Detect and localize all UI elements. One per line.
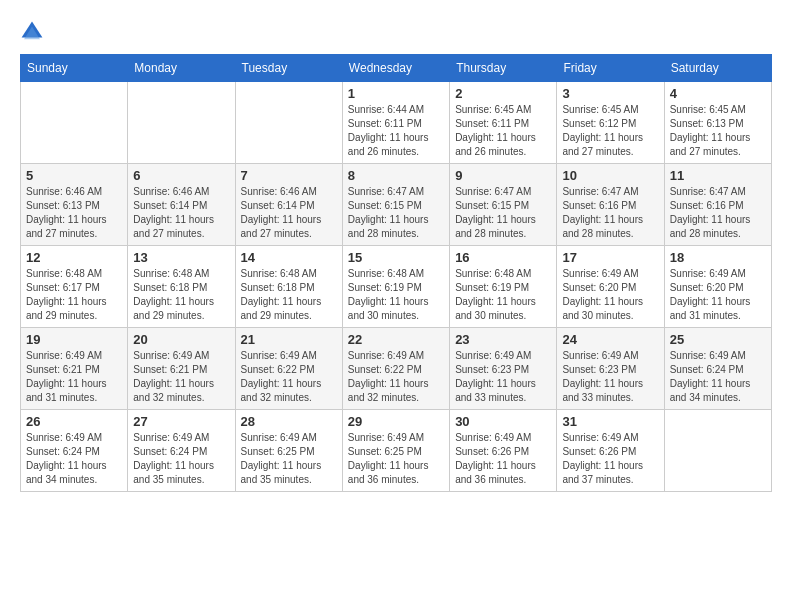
calendar-cell: 21Sunrise: 6:49 AMSunset: 6:22 PMDayligh… [235,328,342,410]
day-number: 21 [241,332,337,347]
calendar-cell: 16Sunrise: 6:48 AMSunset: 6:19 PMDayligh… [450,246,557,328]
calendar-cell: 7Sunrise: 6:46 AMSunset: 6:14 PMDaylight… [235,164,342,246]
calendar-cell [664,410,771,492]
day-number: 4 [670,86,766,101]
day-number: 30 [455,414,551,429]
day-info: Sunrise: 6:49 AMSunset: 6:23 PMDaylight:… [455,349,551,405]
calendar-cell: 29Sunrise: 6:49 AMSunset: 6:25 PMDayligh… [342,410,449,492]
calendar-cell: 15Sunrise: 6:48 AMSunset: 6:19 PMDayligh… [342,246,449,328]
calendar-cell: 13Sunrise: 6:48 AMSunset: 6:18 PMDayligh… [128,246,235,328]
calendar-cell: 17Sunrise: 6:49 AMSunset: 6:20 PMDayligh… [557,246,664,328]
day-info: Sunrise: 6:45 AMSunset: 6:11 PMDaylight:… [455,103,551,159]
day-info: Sunrise: 6:49 AMSunset: 6:20 PMDaylight:… [562,267,658,323]
day-number: 8 [348,168,444,183]
day-number: 18 [670,250,766,265]
calendar-cell: 11Sunrise: 6:47 AMSunset: 6:16 PMDayligh… [664,164,771,246]
day-number: 15 [348,250,444,265]
calendar-cell: 31Sunrise: 6:49 AMSunset: 6:26 PMDayligh… [557,410,664,492]
day-of-week-header: Thursday [450,55,557,82]
calendar-week-row: 12Sunrise: 6:48 AMSunset: 6:17 PMDayligh… [21,246,772,328]
day-of-week-header: Tuesday [235,55,342,82]
day-number: 12 [26,250,122,265]
calendar-cell: 30Sunrise: 6:49 AMSunset: 6:26 PMDayligh… [450,410,557,492]
day-of-week-header: Monday [128,55,235,82]
day-info: Sunrise: 6:45 AMSunset: 6:12 PMDaylight:… [562,103,658,159]
day-info: Sunrise: 6:47 AMSunset: 6:15 PMDaylight:… [455,185,551,241]
day-number: 22 [348,332,444,347]
day-info: Sunrise: 6:49 AMSunset: 6:20 PMDaylight:… [670,267,766,323]
calendar-cell: 20Sunrise: 6:49 AMSunset: 6:21 PMDayligh… [128,328,235,410]
calendar-cell: 9Sunrise: 6:47 AMSunset: 6:15 PMDaylight… [450,164,557,246]
day-info: Sunrise: 6:48 AMSunset: 6:19 PMDaylight:… [348,267,444,323]
calendar-cell: 6Sunrise: 6:46 AMSunset: 6:14 PMDaylight… [128,164,235,246]
day-info: Sunrise: 6:47 AMSunset: 6:16 PMDaylight:… [562,185,658,241]
day-number: 5 [26,168,122,183]
day-of-week-header: Sunday [21,55,128,82]
page-header [20,20,772,44]
calendar-cell: 8Sunrise: 6:47 AMSunset: 6:15 PMDaylight… [342,164,449,246]
day-info: Sunrise: 6:49 AMSunset: 6:22 PMDaylight:… [241,349,337,405]
day-number: 10 [562,168,658,183]
day-info: Sunrise: 6:46 AMSunset: 6:14 PMDaylight:… [241,185,337,241]
day-info: Sunrise: 6:44 AMSunset: 6:11 PMDaylight:… [348,103,444,159]
day-info: Sunrise: 6:48 AMSunset: 6:18 PMDaylight:… [241,267,337,323]
day-number: 19 [26,332,122,347]
day-number: 25 [670,332,766,347]
day-number: 2 [455,86,551,101]
day-number: 31 [562,414,658,429]
day-info: Sunrise: 6:49 AMSunset: 6:24 PMDaylight:… [670,349,766,405]
day-info: Sunrise: 6:49 AMSunset: 6:25 PMDaylight:… [348,431,444,487]
calendar-header-row: SundayMondayTuesdayWednesdayThursdayFrid… [21,55,772,82]
calendar-cell: 12Sunrise: 6:48 AMSunset: 6:17 PMDayligh… [21,246,128,328]
day-number: 9 [455,168,551,183]
calendar-cell: 1Sunrise: 6:44 AMSunset: 6:11 PMDaylight… [342,82,449,164]
calendar-cell: 3Sunrise: 6:45 AMSunset: 6:12 PMDaylight… [557,82,664,164]
day-number: 11 [670,168,766,183]
logo-icon [20,20,44,44]
day-info: Sunrise: 6:49 AMSunset: 6:21 PMDaylight:… [133,349,229,405]
calendar-cell: 19Sunrise: 6:49 AMSunset: 6:21 PMDayligh… [21,328,128,410]
day-info: Sunrise: 6:45 AMSunset: 6:13 PMDaylight:… [670,103,766,159]
calendar-cell [21,82,128,164]
day-info: Sunrise: 6:47 AMSunset: 6:16 PMDaylight:… [670,185,766,241]
day-info: Sunrise: 6:46 AMSunset: 6:14 PMDaylight:… [133,185,229,241]
day-info: Sunrise: 6:49 AMSunset: 6:23 PMDaylight:… [562,349,658,405]
calendar-week-row: 5Sunrise: 6:46 AMSunset: 6:13 PMDaylight… [21,164,772,246]
day-number: 23 [455,332,551,347]
calendar-week-row: 1Sunrise: 6:44 AMSunset: 6:11 PMDaylight… [21,82,772,164]
day-of-week-header: Wednesday [342,55,449,82]
day-of-week-header: Saturday [664,55,771,82]
calendar-table: SundayMondayTuesdayWednesdayThursdayFrid… [20,54,772,492]
day-info: Sunrise: 6:49 AMSunset: 6:26 PMDaylight:… [562,431,658,487]
calendar-cell: 28Sunrise: 6:49 AMSunset: 6:25 PMDayligh… [235,410,342,492]
day-info: Sunrise: 6:49 AMSunset: 6:21 PMDaylight:… [26,349,122,405]
calendar-week-row: 26Sunrise: 6:49 AMSunset: 6:24 PMDayligh… [21,410,772,492]
day-number: 24 [562,332,658,347]
day-info: Sunrise: 6:48 AMSunset: 6:19 PMDaylight:… [455,267,551,323]
calendar-cell [128,82,235,164]
calendar-cell: 25Sunrise: 6:49 AMSunset: 6:24 PMDayligh… [664,328,771,410]
calendar-cell: 4Sunrise: 6:45 AMSunset: 6:13 PMDaylight… [664,82,771,164]
calendar-cell: 27Sunrise: 6:49 AMSunset: 6:24 PMDayligh… [128,410,235,492]
day-info: Sunrise: 6:49 AMSunset: 6:26 PMDaylight:… [455,431,551,487]
calendar-cell: 26Sunrise: 6:49 AMSunset: 6:24 PMDayligh… [21,410,128,492]
calendar-cell: 2Sunrise: 6:45 AMSunset: 6:11 PMDaylight… [450,82,557,164]
calendar-cell: 18Sunrise: 6:49 AMSunset: 6:20 PMDayligh… [664,246,771,328]
day-number: 3 [562,86,658,101]
day-info: Sunrise: 6:49 AMSunset: 6:25 PMDaylight:… [241,431,337,487]
day-info: Sunrise: 6:49 AMSunset: 6:24 PMDaylight:… [133,431,229,487]
day-number: 20 [133,332,229,347]
calendar-cell [235,82,342,164]
calendar-cell: 5Sunrise: 6:46 AMSunset: 6:13 PMDaylight… [21,164,128,246]
day-info: Sunrise: 6:47 AMSunset: 6:15 PMDaylight:… [348,185,444,241]
day-number: 14 [241,250,337,265]
logo [20,20,48,44]
day-number: 26 [26,414,122,429]
calendar-cell: 23Sunrise: 6:49 AMSunset: 6:23 PMDayligh… [450,328,557,410]
day-number: 27 [133,414,229,429]
day-info: Sunrise: 6:48 AMSunset: 6:18 PMDaylight:… [133,267,229,323]
day-number: 7 [241,168,337,183]
calendar-cell: 24Sunrise: 6:49 AMSunset: 6:23 PMDayligh… [557,328,664,410]
day-number: 17 [562,250,658,265]
day-number: 6 [133,168,229,183]
